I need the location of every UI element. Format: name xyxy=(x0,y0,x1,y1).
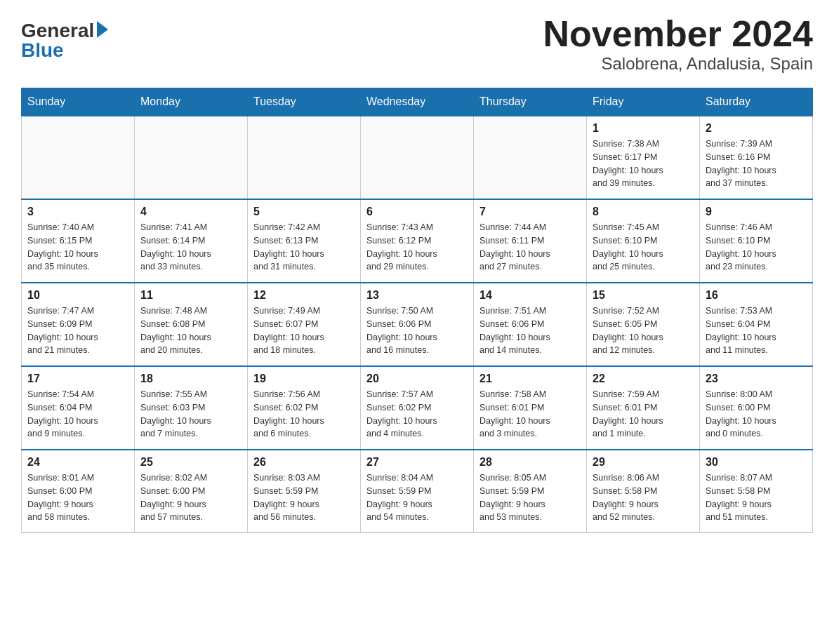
calendar-week-row: 3Sunrise: 7:40 AM Sunset: 6:15 PM Daylig… xyxy=(22,199,813,283)
day-info: Sunrise: 7:50 AM Sunset: 6:06 PM Dayligh… xyxy=(366,304,468,357)
logo: General Blue xyxy=(21,21,108,60)
calendar-cell: 29Sunrise: 8:06 AM Sunset: 5:58 PM Dayli… xyxy=(587,450,700,533)
weekday-header-monday: Monday xyxy=(135,88,248,116)
day-info: Sunrise: 7:41 AM Sunset: 6:14 PM Dayligh… xyxy=(140,221,241,274)
day-info: Sunrise: 7:47 AM Sunset: 6:09 PM Dayligh… xyxy=(27,304,128,357)
day-number: 6 xyxy=(366,206,468,218)
calendar-cell: 4Sunrise: 7:41 AM Sunset: 6:14 PM Daylig… xyxy=(135,199,248,283)
weekday-header-friday: Friday xyxy=(587,88,700,116)
day-number: 30 xyxy=(706,456,807,469)
day-info: Sunrise: 7:55 AM Sunset: 6:03 PM Dayligh… xyxy=(140,388,241,441)
day-number: 16 xyxy=(706,289,807,302)
calendar-cell xyxy=(248,116,361,199)
calendar-cell: 22Sunrise: 7:59 AM Sunset: 6:01 PM Dayli… xyxy=(587,366,700,450)
day-info: Sunrise: 8:06 AM Sunset: 5:58 PM Dayligh… xyxy=(593,471,694,524)
calendar-cell: 1Sunrise: 7:38 AM Sunset: 6:17 PM Daylig… xyxy=(587,116,700,199)
calendar-cell: 2Sunrise: 7:39 AM Sunset: 6:16 PM Daylig… xyxy=(700,116,813,199)
day-number: 24 xyxy=(27,456,128,469)
calendar-cell: 7Sunrise: 7:44 AM Sunset: 6:11 PM Daylig… xyxy=(474,199,587,283)
day-info: Sunrise: 7:57 AM Sunset: 6:02 PM Dayligh… xyxy=(366,388,468,441)
calendar-cell: 17Sunrise: 7:54 AM Sunset: 6:04 PM Dayli… xyxy=(22,366,135,450)
day-number: 20 xyxy=(366,373,468,385)
calendar-cell xyxy=(22,116,135,199)
calendar-cell: 15Sunrise: 7:52 AM Sunset: 6:05 PM Dayli… xyxy=(587,283,700,366)
day-number: 13 xyxy=(366,289,468,302)
calendar-cell: 23Sunrise: 8:00 AM Sunset: 6:00 PM Dayli… xyxy=(700,366,813,450)
day-info: Sunrise: 8:02 AM Sunset: 6:00 PM Dayligh… xyxy=(140,471,241,524)
calendar-cell: 20Sunrise: 7:57 AM Sunset: 6:02 PM Dayli… xyxy=(361,366,474,450)
weekday-header-row: SundayMondayTuesdayWednesdayThursdayFrid… xyxy=(22,88,813,116)
calendar-subtitle: Salobrena, Andalusia, Spain xyxy=(543,54,813,74)
calendar-week-row: 1Sunrise: 7:38 AM Sunset: 6:17 PM Daylig… xyxy=(22,116,813,199)
calendar-week-row: 10Sunrise: 7:47 AM Sunset: 6:09 PM Dayli… xyxy=(22,283,813,366)
day-number: 14 xyxy=(479,289,581,302)
day-number: 4 xyxy=(140,206,241,218)
calendar-cell: 24Sunrise: 8:01 AM Sunset: 6:00 PM Dayli… xyxy=(22,450,135,533)
calendar-week-row: 24Sunrise: 8:01 AM Sunset: 6:00 PM Dayli… xyxy=(22,450,813,533)
calendar-cell: 14Sunrise: 7:51 AM Sunset: 6:06 PM Dayli… xyxy=(474,283,587,366)
day-number: 12 xyxy=(253,289,355,302)
day-info: Sunrise: 7:59 AM Sunset: 6:01 PM Dayligh… xyxy=(593,388,694,441)
calendar-cell: 16Sunrise: 7:53 AM Sunset: 6:04 PM Dayli… xyxy=(700,283,813,366)
day-number: 22 xyxy=(593,373,694,385)
day-info: Sunrise: 7:44 AM Sunset: 6:11 PM Dayligh… xyxy=(479,221,581,274)
day-number: 5 xyxy=(253,206,355,218)
day-number: 1 xyxy=(593,122,694,135)
logo-arrow-icon xyxy=(97,21,108,38)
day-info: Sunrise: 7:56 AM Sunset: 6:02 PM Dayligh… xyxy=(253,388,355,441)
day-info: Sunrise: 8:07 AM Sunset: 5:58 PM Dayligh… xyxy=(706,471,807,524)
calendar-cell: 9Sunrise: 7:46 AM Sunset: 6:10 PM Daylig… xyxy=(700,199,813,283)
page-header: General Blue November 2024 Salobrena, An… xyxy=(21,14,813,74)
calendar-cell: 25Sunrise: 8:02 AM Sunset: 6:00 PM Dayli… xyxy=(135,450,248,533)
day-info: Sunrise: 7:51 AM Sunset: 6:06 PM Dayligh… xyxy=(479,304,581,357)
day-number: 2 xyxy=(706,122,807,135)
day-info: Sunrise: 7:43 AM Sunset: 6:12 PM Dayligh… xyxy=(366,221,468,274)
day-number: 10 xyxy=(27,289,128,302)
weekday-header-wednesday: Wednesday xyxy=(361,88,474,116)
day-info: Sunrise: 8:04 AM Sunset: 5:59 PM Dayligh… xyxy=(366,471,468,524)
day-number: 17 xyxy=(27,373,128,385)
day-info: Sunrise: 7:52 AM Sunset: 6:05 PM Dayligh… xyxy=(593,304,694,357)
day-number: 7 xyxy=(479,206,581,218)
day-info: Sunrise: 7:42 AM Sunset: 6:13 PM Dayligh… xyxy=(253,221,355,274)
calendar-cell: 5Sunrise: 7:42 AM Sunset: 6:13 PM Daylig… xyxy=(248,199,361,283)
day-number: 26 xyxy=(253,456,355,469)
calendar-cell xyxy=(474,116,587,199)
day-info: Sunrise: 7:48 AM Sunset: 6:08 PM Dayligh… xyxy=(140,304,241,357)
calendar-cell: 13Sunrise: 7:50 AM Sunset: 6:06 PM Dayli… xyxy=(361,283,474,366)
calendar-table: SundayMondayTuesdayWednesdayThursdayFrid… xyxy=(21,88,813,533)
logo-general-text: General xyxy=(21,21,94,41)
calendar-cell: 27Sunrise: 8:04 AM Sunset: 5:59 PM Dayli… xyxy=(361,450,474,533)
day-number: 15 xyxy=(593,289,694,302)
day-info: Sunrise: 7:45 AM Sunset: 6:10 PM Dayligh… xyxy=(593,221,694,274)
calendar-cell: 11Sunrise: 7:48 AM Sunset: 6:08 PM Dayli… xyxy=(135,283,248,366)
calendar-cell: 18Sunrise: 7:55 AM Sunset: 6:03 PM Dayli… xyxy=(135,366,248,450)
day-number: 19 xyxy=(253,373,355,385)
day-info: Sunrise: 8:00 AM Sunset: 6:00 PM Dayligh… xyxy=(706,388,807,441)
day-info: Sunrise: 7:46 AM Sunset: 6:10 PM Dayligh… xyxy=(706,221,807,274)
day-info: Sunrise: 7:54 AM Sunset: 6:04 PM Dayligh… xyxy=(27,388,128,441)
title-block: November 2024 Salobrena, Andalusia, Spai… xyxy=(543,14,813,74)
calendar-cell: 19Sunrise: 7:56 AM Sunset: 6:02 PM Dayli… xyxy=(248,366,361,450)
calendar-cell: 30Sunrise: 8:07 AM Sunset: 5:58 PM Dayli… xyxy=(700,450,813,533)
day-number: 9 xyxy=(706,206,807,218)
weekday-header-saturday: Saturday xyxy=(700,88,813,116)
calendar-cell: 3Sunrise: 7:40 AM Sunset: 6:15 PM Daylig… xyxy=(22,199,135,283)
calendar-title: November 2024 xyxy=(543,14,813,54)
day-number: 3 xyxy=(27,206,128,218)
day-number: 18 xyxy=(140,373,241,385)
calendar-cell: 21Sunrise: 7:58 AM Sunset: 6:01 PM Dayli… xyxy=(474,366,587,450)
calendar-cell xyxy=(135,116,248,199)
day-info: Sunrise: 7:39 AM Sunset: 6:16 PM Dayligh… xyxy=(706,137,807,190)
day-number: 27 xyxy=(366,456,468,469)
calendar-cell xyxy=(361,116,474,199)
calendar-cell: 6Sunrise: 7:43 AM Sunset: 6:12 PM Daylig… xyxy=(361,199,474,283)
calendar-cell: 26Sunrise: 8:03 AM Sunset: 5:59 PM Dayli… xyxy=(248,450,361,533)
calendar-cell: 28Sunrise: 8:05 AM Sunset: 5:59 PM Dayli… xyxy=(474,450,587,533)
day-number: 23 xyxy=(706,373,807,385)
day-number: 29 xyxy=(593,456,694,469)
day-number: 21 xyxy=(479,373,581,385)
calendar-cell: 12Sunrise: 7:49 AM Sunset: 6:07 PM Dayli… xyxy=(248,283,361,366)
day-info: Sunrise: 7:53 AM Sunset: 6:04 PM Dayligh… xyxy=(706,304,807,357)
weekday-header-sunday: Sunday xyxy=(22,88,135,116)
